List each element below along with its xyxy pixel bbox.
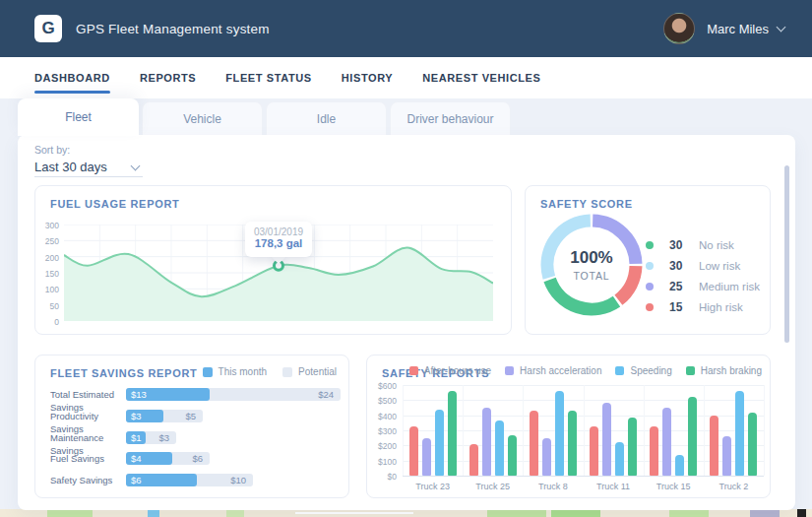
tab-vehicle[interactable]: Vehicle	[142, 101, 263, 135]
background-map	[0, 509, 812, 517]
savings-row-track: $6$4	[126, 452, 341, 465]
legend-label: This month	[219, 366, 267, 377]
tab-idle[interactable]: Idle	[266, 101, 387, 135]
gridline	[403, 476, 764, 477]
gridline	[584, 385, 585, 476]
legend-value: 15	[669, 300, 691, 314]
bar-speeding	[675, 455, 684, 476]
bar-harsh-braking	[448, 391, 457, 476]
map-park	[551, 509, 600, 517]
bar-speeding	[555, 391, 564, 476]
legend-label: Potential	[298, 366, 337, 377]
x-axis-tick: Truck 2	[703, 482, 764, 491]
legend-item-no-risk: 30No risk	[646, 234, 760, 255]
chevron-down-icon	[131, 162, 141, 171]
user-menu[interactable]: Marc Miles	[663, 0, 784, 57]
bar-harsh-acceleration	[662, 408, 671, 476]
this-month-bar: $4	[126, 452, 172, 465]
legend-label: Low risk	[699, 260, 740, 272]
y-axis-tick: $600	[367, 381, 397, 391]
bar-after-hours-use	[590, 426, 598, 476]
fuel-usage-card: FUEL USAGE REPORT 050100150200250300 03/…	[34, 185, 512, 335]
legend-swatch-icon	[203, 367, 213, 377]
legend-dot-icon	[646, 303, 654, 311]
user-name: Marc Miles	[707, 22, 769, 36]
x-axis-tick: Truck 25	[463, 482, 524, 491]
gridline	[704, 385, 705, 476]
donut-total-label: TOTAL	[574, 270, 610, 282]
map-building	[797, 509, 806, 517]
bar-harsh-braking	[568, 411, 577, 476]
app-title: GPS Fleet Management system	[76, 22, 270, 36]
fuel-y-tick: 300	[39, 221, 59, 230]
fuel-y-tick: 100	[39, 285, 59, 294]
legend-label: Medium risk	[699, 281, 760, 292]
nav-item-reports[interactable]: REPORTS	[140, 66, 196, 90]
map-road	[295, 512, 413, 514]
nav-item-fleet-status[interactable]: FLEET STATUS	[225, 66, 311, 90]
card-title: FUEL USAGE REPORT	[50, 198, 180, 210]
map-building	[750, 509, 780, 517]
safety-score-card: SAFETY SCORE 100% TOTAL 30No risk30Low r…	[525, 185, 771, 335]
bar-harsh-acceleration	[602, 403, 611, 476]
legend-label: No risk	[699, 239, 734, 251]
map-park	[47, 509, 93, 517]
savings-row-track: $3$1	[126, 431, 341, 444]
donut-center: 100% TOTAL	[540, 214, 643, 316]
donut-total-value: 100%	[570, 248, 612, 268]
nav-item-history[interactable]: HISTORY	[342, 66, 394, 90]
legend-item-medium-risk: 25Medium risk	[646, 276, 760, 296]
bar-harsh-acceleration	[542, 438, 551, 476]
legend-value: 30	[669, 238, 691, 252]
savings-row-label: Fuel Savings	[50, 452, 125, 465]
savings-row-track: $5$3	[126, 410, 341, 422]
nav-item-dashboard[interactable]: DASHBOARD	[34, 66, 110, 90]
legend-item-high-risk: 15High risk	[646, 296, 760, 317]
card-title: FLEET SAVINGS REPORT	[50, 367, 197, 379]
fuel-y-tick: 200	[39, 253, 59, 263]
legend-swatch-icon	[282, 367, 292, 377]
sort-dropdown[interactable]: Last 30 days	[34, 158, 143, 177]
safety-score-legend: 30No risk30Low risk25Medium risk15High r…	[646, 234, 760, 317]
x-axis-tick: Truck 8	[523, 482, 584, 491]
fuel-y-tick: 250	[39, 236, 59, 246]
legend-item-potential: Potential	[282, 366, 337, 377]
fleet-savings-card: FLEET SAVINGS REPORT This monthPotential…	[34, 355, 349, 498]
avatar	[663, 13, 695, 44]
bar-harsh-braking	[748, 413, 757, 476]
legend-item-this-month: This month	[203, 366, 267, 377]
fuel-y-tick: 150	[39, 269, 59, 279]
bar-after-hours-use	[710, 416, 718, 476]
gridline	[463, 385, 464, 476]
bar-after-hours-use	[409, 426, 418, 476]
savings-legend: This monthPotential	[203, 366, 337, 377]
main-nav: DASHBOARDREPORTSFLEET STATUSHISTORYNEARE…	[0, 57, 812, 98]
legend-dot-icon	[646, 283, 654, 291]
y-axis-tick: $500	[367, 396, 397, 406]
this-month-bar: $6	[126, 474, 197, 486]
safety-reports-card: SAFETY REPORTS After-hours useHarsh acce…	[366, 355, 771, 498]
y-axis-tick: $400	[367, 412, 397, 421]
tab-fleet[interactable]: Fleet	[18, 98, 139, 136]
tooltip-value: 178,3 gal	[245, 237, 312, 249]
scrollbar-thumb[interactable]	[784, 165, 789, 343]
map-park	[487, 509, 546, 517]
this-month-bar: $3	[126, 410, 163, 422]
bar-harsh-acceleration	[482, 408, 491, 476]
this-month-bar: $1	[126, 431, 146, 444]
bar-harsh-braking	[688, 397, 697, 477]
nav-item-nearest-vehicles[interactable]: NEAREST VEHICLES	[422, 66, 540, 90]
app-logo-icon: G	[34, 15, 62, 42]
bar-after-hours-use	[530, 411, 538, 476]
bar-harsh-braking	[628, 418, 637, 476]
savings-row-track: $10$6	[126, 474, 341, 486]
bar-harsh-acceleration	[422, 438, 431, 476]
x-axis-tick: Truck 15	[643, 482, 704, 491]
logo-letter: G	[41, 19, 54, 38]
map-park	[226, 509, 244, 517]
x-axis-tick: Truck 23	[403, 482, 464, 491]
map-park	[669, 509, 709, 517]
gridline	[644, 385, 645, 476]
bar-speeding	[435, 410, 444, 477]
tab-driver-behaviour[interactable]: Driver behaviour	[390, 101, 511, 135]
